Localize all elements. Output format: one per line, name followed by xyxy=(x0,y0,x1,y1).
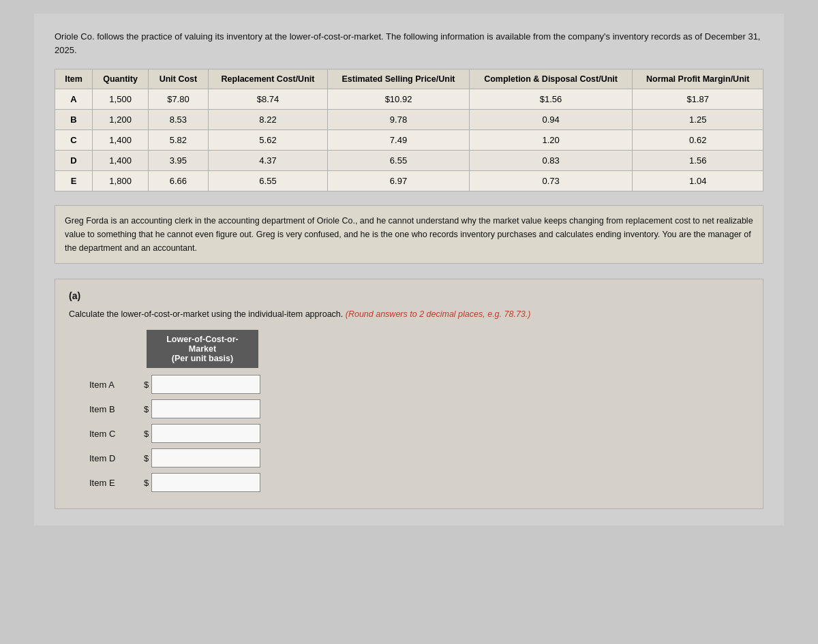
table-row: E1,8006.666.556.970.731.04 xyxy=(55,171,763,191)
cell-row4-col6: 1.04 xyxy=(633,171,763,191)
cell-row3-col4: 6.55 xyxy=(328,151,469,171)
col-quantity: Quantity xyxy=(93,70,149,89)
cell-row4-col5: 0.73 xyxy=(469,171,633,191)
lcm-dollar-sign-4: $ xyxy=(144,478,149,488)
cell-row3-col3: 4.37 xyxy=(208,151,328,171)
lcm-item-label-1: Item B xyxy=(89,404,144,414)
section-a-desc: Calculate the lower-of-cost-or-market us… xyxy=(69,309,749,319)
cell-row3-col5: 0.83 xyxy=(469,151,633,171)
lcm-header: Lower-of-Cost-or-Market (Per unit basis) xyxy=(89,330,749,368)
cell-row0-col3: $8.74 xyxy=(208,89,328,110)
cell-row2-col6: 0.62 xyxy=(633,130,763,151)
description-text: Greg Forda is an accounting clerk in the… xyxy=(55,205,763,264)
lcm-input-item-b[interactable] xyxy=(151,399,260,418)
cell-row4-col1: 1,800 xyxy=(93,171,149,191)
lcm-item-label-0: Item A xyxy=(89,380,144,390)
lcm-rows: Item A$Item B$Item C$Item D$Item E$ xyxy=(69,375,749,492)
col-profit: Normal Profit Margin/Unit xyxy=(633,70,763,89)
cell-row4-col0: E xyxy=(55,171,93,191)
cell-row2-col4: 7.49 xyxy=(328,130,469,151)
cell-row0-col6: $1.87 xyxy=(633,89,763,110)
cell-row0-col1: 1,500 xyxy=(93,89,149,110)
cell-row0-col0: A xyxy=(55,89,93,110)
cell-row0-col4: $10.92 xyxy=(328,89,469,110)
lcm-header-box: Lower-of-Cost-or-Market (Per unit basis) xyxy=(147,330,258,368)
lcm-row-item-c: Item C$ xyxy=(89,424,749,443)
cell-row1-col1: 1,200 xyxy=(93,110,149,130)
col-completion: Completion & Disposal Cost/Unit xyxy=(469,70,633,89)
lcm-row-item-d: Item D$ xyxy=(89,448,749,467)
table-row: C1,4005.825.627.491.200.62 xyxy=(55,130,763,151)
cell-row0-col5: $1.56 xyxy=(469,89,633,110)
cell-row0-col2: $7.80 xyxy=(149,89,208,110)
inventory-table: Item Quantity Unit Cost Replacement Cost… xyxy=(55,69,763,191)
cell-row3-col0: D xyxy=(55,151,93,171)
section-a: (a) Calculate the lower-of-cost-or-marke… xyxy=(55,279,763,509)
cell-row4-col4: 6.97 xyxy=(328,171,469,191)
cell-row1-col6: 1.25 xyxy=(633,110,763,130)
table-row: A1,500$7.80$8.74$10.92$1.56$1.87 xyxy=(55,89,763,110)
intro-text: Oriole Co. follows the practice of valui… xyxy=(55,30,763,57)
cell-row1-col0: B xyxy=(55,110,93,130)
lcm-item-label-2: Item C xyxy=(89,429,144,439)
lcm-item-label-4: Item E xyxy=(89,478,144,488)
lcm-dollar-sign-1: $ xyxy=(144,404,149,414)
cell-row3-col6: 1.56 xyxy=(633,151,763,171)
cell-row4-col3: 6.55 xyxy=(208,171,328,191)
cell-row1-col2: 8.53 xyxy=(149,110,208,130)
lcm-input-item-d[interactable] xyxy=(151,448,260,467)
section-a-highlight: (Round answers to 2 decimal places, e.g.… xyxy=(346,309,531,319)
table-row: B1,2008.538.229.780.941.25 xyxy=(55,110,763,130)
col-item: Item xyxy=(55,70,93,89)
table-row: D1,4003.954.376.550.831.56 xyxy=(55,151,763,171)
lcm-item-label-3: Item D xyxy=(89,453,144,463)
cell-row2-col3: 5.62 xyxy=(208,130,328,151)
lcm-row-item-e: Item E$ xyxy=(89,473,749,492)
cell-row3-col1: 1,400 xyxy=(93,151,149,171)
section-a-instruction: Calculate the lower-of-cost-or-market us… xyxy=(69,309,343,319)
lcm-input-item-e[interactable] xyxy=(151,473,260,492)
col-selling: Estimated Selling Price/Unit xyxy=(328,70,469,89)
lcm-dollar-sign-2: $ xyxy=(144,429,149,439)
cell-row2-col5: 1.20 xyxy=(469,130,633,151)
cell-row2-col0: C xyxy=(55,130,93,151)
cell-row1-col3: 8.22 xyxy=(208,110,328,130)
col-unit-cost: Unit Cost xyxy=(149,70,208,89)
cell-row1-col4: 9.78 xyxy=(328,110,469,130)
lcm-row-item-b: Item B$ xyxy=(89,399,749,418)
lcm-row-item-a: Item A$ xyxy=(89,375,749,394)
cell-row3-col2: 3.95 xyxy=(149,151,208,171)
section-a-label: (a) xyxy=(69,290,749,301)
lcm-dollar-sign-0: $ xyxy=(144,380,149,390)
cell-row2-col2: 5.82 xyxy=(149,130,208,151)
cell-row2-col1: 1,400 xyxy=(93,130,149,151)
lcm-dollar-sign-3: $ xyxy=(144,453,149,463)
lcm-input-item-c[interactable] xyxy=(151,424,260,443)
page-container: Oriole Co. follows the practice of valui… xyxy=(34,14,784,525)
lcm-input-item-a[interactable] xyxy=(151,375,260,394)
cell-row1-col5: 0.94 xyxy=(469,110,633,130)
cell-row4-col2: 6.66 xyxy=(149,171,208,191)
col-replacement: Replacement Cost/Unit xyxy=(208,70,328,89)
